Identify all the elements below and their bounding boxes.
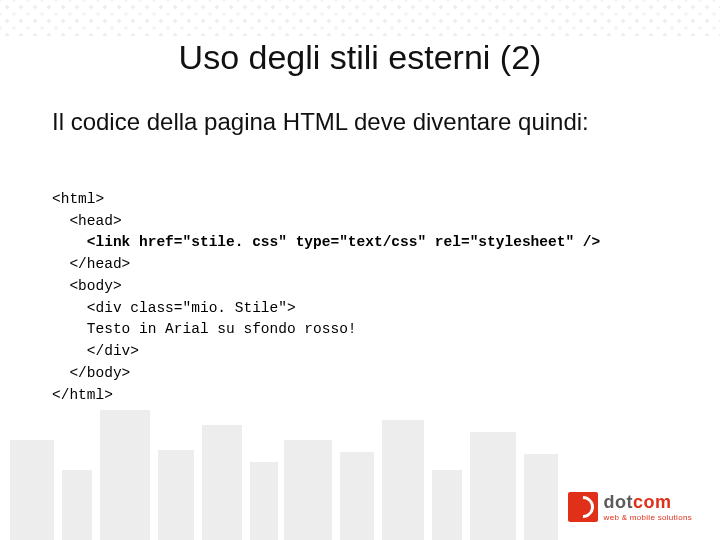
code-line-emphasis: <link href="stile. css" type="text/css" … [52,234,600,250]
code-line: <html> [52,191,104,207]
code-line: <body> [52,278,122,294]
logo-brand-right: com [633,492,672,512]
slide-title: Uso degli stili esterni (2) [52,38,668,77]
code-block: <html> <head> <link href="stile. css" ty… [52,167,668,406]
code-line: </head> [52,256,130,272]
code-line: </html> [52,387,113,403]
code-line: <div class="mio. Stile"> [52,300,296,316]
code-line: </div> [52,343,139,359]
logo-mark-icon [568,492,598,522]
code-line: <head> [52,213,122,229]
logo-tagline: web & mobile solutions [604,514,692,522]
logo-brand-left: dot [604,492,633,512]
slide-subtitle: Il codice della pagina HTML deve diventa… [52,107,668,137]
code-line: </body> [52,365,130,381]
logo: dotcom web & mobile solutions [568,492,692,522]
logo-brand-text: dotcom [604,493,692,511]
code-line: Testo in Arial su sfondo rosso! [52,321,357,337]
